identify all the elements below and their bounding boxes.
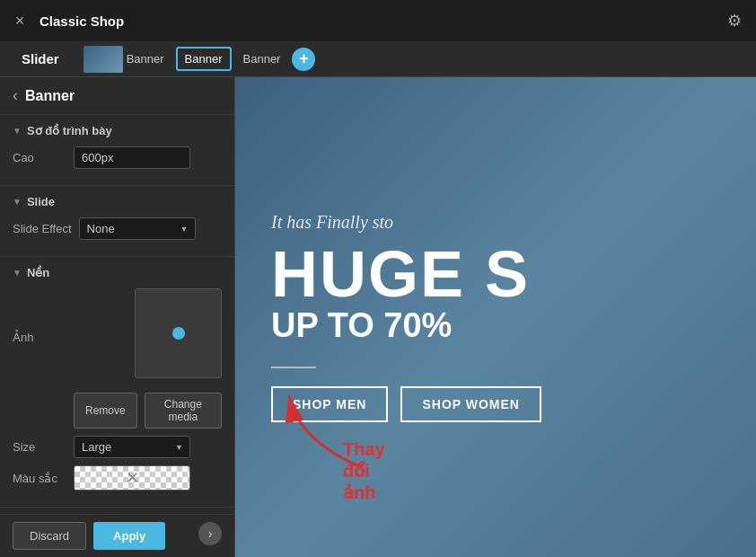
slide-effect-select[interactable]: None [79, 217, 196, 240]
bottom-bar: Discard Apply › [0, 514, 234, 557]
tab-bar: Slider Banner Banner Banner + [0, 41, 756, 77]
tab-banner-2[interactable]: Banner [176, 47, 232, 71]
mau-sac-label: Màu sắc [13, 472, 66, 485]
slide-effect-select-wrapper: None [79, 217, 196, 240]
back-button[interactable]: ‹ [13, 86, 18, 105]
section-so-do: ▼ Sơ đồ trình bày Cao [0, 115, 234, 186]
tab-banner-3-label: Banner [243, 52, 281, 66]
field-anh: Ảnh [13, 288, 222, 385]
anh-label: Ảnh [13, 331, 66, 344]
banner-content: It has Finally sto HUGE S UP TO 70% SHOP… [235, 77, 756, 557]
tab-banner-2-label: Banner [185, 52, 223, 66]
field-size: Size Large Small Medium Cover [13, 436, 222, 458]
banner-title-huge: HUGE S [271, 242, 720, 306]
section-header-slide: ▼ Slide [13, 195, 222, 208]
size-label: Size [13, 440, 66, 454]
triangle-icon-3: ▼ [13, 268, 22, 278]
triangle-icon-2: ▼ [13, 197, 22, 207]
sidebar-collapse-button[interactable]: › [198, 522, 222, 545]
content-area: It has Finally sto HUGE S UP TO 70% SHOP… [235, 77, 756, 557]
sidebar-header: ‹ Banner [0, 77, 234, 115]
sidebar-title: Banner [25, 88, 75, 104]
field-cao-label: Cao [13, 151, 66, 164]
slide-effect-label: Slide Effect [13, 222, 72, 235]
shop-men-button[interactable]: SHOP MEN [271, 386, 388, 422]
section-header-so-do: ▼ Sơ đồ trình bày [13, 124, 222, 137]
add-tab-button[interactable]: + [292, 48, 315, 71]
tab-slider[interactable]: Slider [9, 46, 72, 72]
color-swatch[interactable]: ✕ [74, 465, 190, 491]
tab-banner-1[interactable]: Banner [75, 41, 172, 77]
gear-button[interactable]: ⚙ [722, 8, 747, 33]
color-swatch-x-icon: ✕ [126, 468, 139, 488]
remove-button[interactable]: Remove [74, 393, 137, 429]
top-bar: × Classic Shop ⚙ [0, 0, 756, 41]
field-cao-input[interactable] [74, 146, 190, 169]
section-header-nen: ▼ Nền [13, 266, 222, 279]
field-mau-sac: Màu sắc ✕ [13, 465, 222, 491]
tab-banner-3[interactable]: Banner [235, 48, 289, 70]
change-media-button[interactable]: Change media [145, 393, 222, 429]
discard-button[interactable]: Discard [13, 522, 86, 550]
tab-thumbnail-1 [84, 46, 123, 73]
triangle-icon: ▼ [13, 126, 22, 136]
banner-divider [271, 367, 316, 368]
image-dot [172, 327, 185, 340]
shop-women-button[interactable]: SHOP WOMEN [400, 386, 541, 422]
banner-subtitle: It has Finally sto [271, 212, 720, 233]
section-slide: ▼ Slide Slide Effect None [0, 186, 234, 257]
close-button[interactable]: × [9, 10, 31, 31]
image-preview [135, 288, 222, 378]
app-title: Classic Shop [40, 13, 713, 29]
section-nen: ▼ Nền Ảnh Remove Change media Size Large… [0, 257, 234, 508]
size-select[interactable]: Large Small Medium Cover [74, 436, 190, 458]
tab-banner-1-label: Banner [127, 52, 164, 66]
apply-button[interactable]: Apply [93, 522, 165, 550]
main-layout: ‹ Banner ▼ Sơ đồ trình bày Cao ▼ Slide S… [0, 77, 756, 557]
field-slide-effect: Slide Effect None [13, 217, 222, 240]
size-select-wrapper: Large Small Medium Cover [74, 436, 190, 458]
banner-buttons: SHOP MEN SHOP WOMEN [271, 386, 720, 422]
media-buttons: Remove Change media [13, 393, 222, 429]
field-cao: Cao [13, 146, 222, 169]
sidebar: ‹ Banner ▼ Sơ đồ trình bày Cao ▼ Slide S… [0, 77, 235, 557]
banner-title-sub: UP TO 70% [271, 306, 720, 345]
